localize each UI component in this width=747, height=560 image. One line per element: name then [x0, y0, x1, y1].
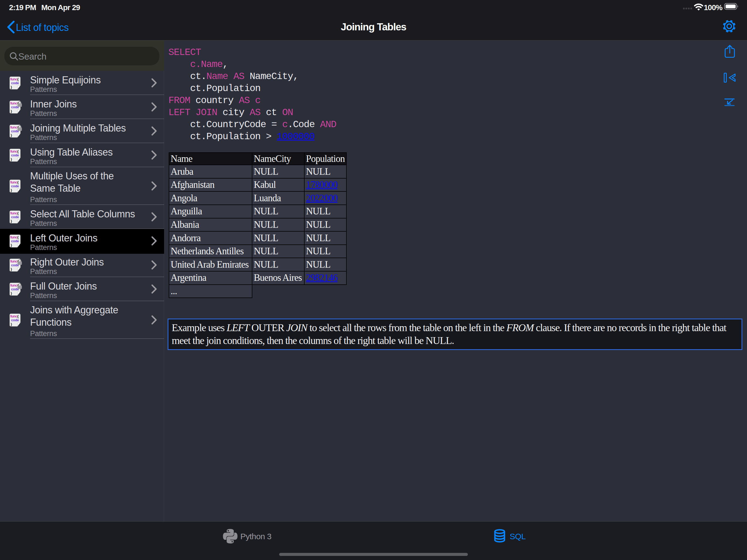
svg-text:code: code — [11, 318, 19, 322]
svg-text:func{: func{ — [10, 101, 19, 105]
svg-text:func{: func{ — [10, 211, 19, 215]
svg-text:func{: func{ — [10, 259, 19, 263]
svg-text:}: } — [11, 267, 12, 271]
svg-text:code: code — [11, 81, 19, 85]
svg-text:}: } — [11, 243, 12, 247]
svg-text:}: } — [11, 291, 12, 295]
svg-text:}: } — [11, 133, 12, 137]
svg-text:}: } — [11, 188, 12, 192]
svg-text:code: code — [11, 184, 19, 188]
svg-text:}: } — [11, 109, 12, 113]
svg-text:code: code — [11, 153, 19, 157]
svg-text:}: } — [11, 85, 12, 89]
svg-text:code: code — [11, 215, 19, 219]
svg-text:}: } — [11, 322, 12, 326]
svg-text:code: code — [11, 239, 19, 243]
svg-text:func{: func{ — [10, 283, 19, 287]
svg-text:func{: func{ — [10, 125, 19, 129]
svg-text:func{: func{ — [10, 314, 19, 318]
svg-text:func{: func{ — [10, 180, 19, 184]
svg-text:func{: func{ — [10, 77, 19, 81]
svg-text:}: } — [11, 219, 12, 223]
svg-text:}: } — [11, 157, 12, 161]
svg-text:func{: func{ — [10, 149, 19, 153]
svg-text:func{: func{ — [10, 235, 19, 239]
